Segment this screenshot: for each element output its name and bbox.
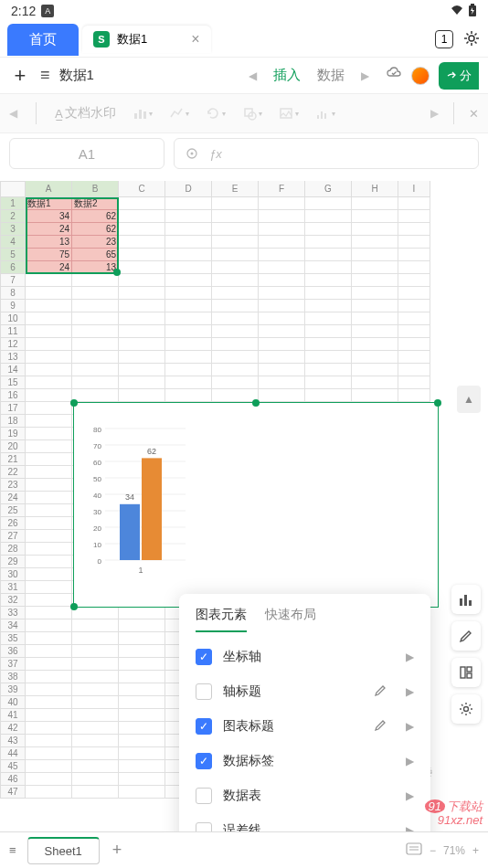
cell[interactable] [305, 351, 352, 364]
col-header[interactable]: H [352, 181, 398, 197]
cell[interactable] [119, 197, 165, 210]
cell[interactable] [398, 249, 430, 261]
row-header[interactable]: 31 [0, 581, 26, 594]
fmt-close-icon[interactable]: ✕ [469, 107, 479, 121]
cell[interactable] [26, 466, 72, 479]
cell[interactable] [398, 351, 430, 364]
add-button[interactable]: + [9, 64, 31, 88]
pencil-icon[interactable] [374, 718, 387, 735]
cell[interactable] [26, 530, 72, 543]
cell[interactable] [119, 338, 165, 351]
cell[interactable] [212, 249, 259, 261]
cell[interactable] [119, 312, 165, 325]
row-header[interactable]: 5 [0, 249, 26, 261]
cell[interactable] [305, 312, 352, 325]
cell[interactable] [26, 735, 72, 747]
menu-button[interactable]: ≡ [40, 66, 50, 85]
sparkline-button[interactable]: ▾ [315, 106, 335, 121]
col-header[interactable]: A [26, 181, 72, 197]
cell[interactable] [72, 671, 119, 683]
cell[interactable] [352, 364, 398, 376]
cell[interactable] [305, 376, 352, 389]
cell[interactable] [212, 261, 259, 274]
col-header[interactable]: G [305, 181, 352, 197]
tab-home[interactable]: 首页 [7, 24, 79, 56]
cell[interactable] [26, 479, 72, 492]
cell[interactable] [26, 415, 72, 428]
cell[interactable] [119, 709, 165, 722]
cell[interactable] [259, 300, 305, 312]
row-header[interactable]: 25 [0, 504, 26, 517]
cell[interactable] [26, 786, 72, 799]
cell[interactable] [165, 312, 212, 325]
cell[interactable] [26, 632, 72, 645]
cell[interactable] [352, 312, 398, 325]
cell[interactable] [305, 274, 352, 287]
cell[interactable] [119, 619, 165, 632]
cell[interactable] [165, 325, 212, 338]
cell[interactable] [398, 236, 430, 249]
row-header[interactable]: 28 [0, 543, 26, 556]
col-header[interactable]: I [398, 181, 430, 197]
cell[interactable] [305, 325, 352, 338]
col-header[interactable]: D [165, 181, 212, 197]
cell[interactable] [259, 376, 305, 389]
cell[interactable] [352, 376, 398, 389]
cell[interactable] [398, 197, 430, 210]
cell[interactable] [352, 236, 398, 249]
cell[interactable] [119, 261, 165, 274]
cell[interactable] [352, 274, 398, 287]
cell[interactable] [119, 210, 165, 223]
cell[interactable] [72, 735, 119, 747]
cell[interactable] [72, 722, 119, 735]
cell[interactable] [72, 338, 119, 351]
cell[interactable] [259, 197, 305, 210]
tab-count[interactable]: 1 [435, 30, 453, 48]
cell[interactable] [398, 287, 430, 300]
image-button[interactable]: ▾ [279, 106, 299, 121]
popup-item[interactable]: 图表标题▶ [179, 709, 430, 744]
nav-prev-icon[interactable]: ◀ [249, 69, 257, 82]
cell[interactable] [26, 504, 72, 517]
cell[interactable]: 数据1 [26, 197, 72, 210]
cell[interactable] [72, 274, 119, 287]
cell[interactable] [26, 556, 72, 568]
cell[interactable] [26, 351, 72, 364]
cell[interactable] [26, 709, 72, 722]
popup-item[interactable]: 数据标签▶ [179, 744, 430, 778]
sheet-list-icon[interactable]: ≡ [9, 843, 16, 857]
cell[interactable] [26, 543, 72, 556]
cell[interactable] [165, 236, 212, 249]
cell[interactable]: 34 [26, 210, 72, 223]
cell[interactable] [352, 351, 398, 364]
row-header[interactable]: 43 [0, 735, 26, 747]
row-header[interactable]: 18 [0, 415, 26, 428]
cell[interactable] [398, 210, 430, 223]
row-header[interactable]: 26 [0, 517, 26, 530]
cell[interactable] [352, 210, 398, 223]
cell[interactable] [212, 287, 259, 300]
cell[interactable]: 数据2 [72, 197, 119, 210]
cell[interactable] [26, 581, 72, 594]
cell[interactable] [119, 223, 165, 236]
row-header[interactable]: 7 [0, 274, 26, 287]
watermark-button[interactable]: A̲ 文档水印 [55, 105, 116, 122]
cell[interactable] [26, 428, 72, 440]
cell[interactable] [26, 517, 72, 530]
cell[interactable] [305, 287, 352, 300]
add-sheet-button[interactable]: + [112, 841, 122, 860]
cell[interactable] [352, 325, 398, 338]
cell-reference[interactable]: A1 [9, 138, 164, 169]
layout-icon[interactable] [451, 658, 481, 687]
cell[interactable]: 75 [26, 249, 72, 261]
cell[interactable] [26, 312, 72, 325]
cell[interactable] [119, 287, 165, 300]
cell[interactable] [119, 300, 165, 312]
popup-item[interactable]: 数据表▶ [179, 778, 430, 813]
row-header[interactable]: 14 [0, 364, 26, 376]
cell[interactable]: 24 [26, 261, 72, 274]
row-header[interactable]: 33 [0, 607, 26, 619]
cell[interactable] [165, 351, 212, 364]
cell[interactable] [72, 632, 119, 645]
cell[interactable]: 24 [26, 223, 72, 236]
